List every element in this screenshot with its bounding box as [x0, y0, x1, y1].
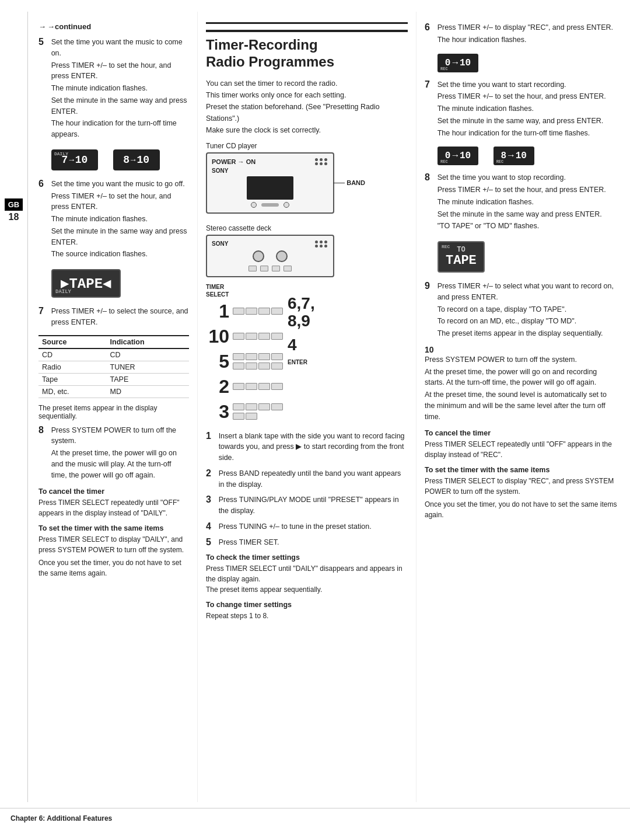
- device-controls-1: [212, 202, 328, 208]
- table-row: CD CD: [38, 348, 189, 361]
- left-column: → →continued 5 Set the time you want the…: [28, 12, 197, 802]
- mid-column: Timer-Recording Radio Programmes You can…: [197, 12, 416, 802]
- num-4: 4: [288, 336, 297, 354]
- cancel-timer-heading-left: To cancel the timer: [38, 487, 189, 496]
- big-num-3: 3: [206, 401, 229, 423]
- right-step-10-content: Press SYSTEM POWER to turn off the syste…: [425, 354, 607, 424]
- right-step-6-num: 6: [425, 22, 433, 33]
- indication-tape: TAPE: [107, 373, 189, 385]
- lcd-10-r3: 10: [516, 151, 527, 161]
- num-buttons-2: [233, 383, 283, 390]
- mid-step-1: 1 Insert a blank tape with the side you …: [206, 431, 408, 463]
- power-on-label: POWER → ON: [212, 158, 328, 165]
- cassette-box: SONY: [206, 235, 334, 277]
- mid-step-5: 5 Press TIMER SET.: [206, 537, 408, 548]
- big-num-5: 5: [206, 351, 229, 372]
- right-step-7-num: 7: [425, 79, 433, 90]
- same-items-note-left: Once you set the timer, you do not have …: [38, 557, 189, 578]
- tuner-cd-box: POWER → ON SONY: [206, 152, 334, 214]
- right-step-7-content: Set the time you want to start recording…: [438, 79, 620, 140]
- step-6-content: Set the time you want the music to go of…: [51, 179, 189, 261]
- table-row: Tape TAPE: [38, 373, 189, 385]
- num-buttons-3: [233, 403, 283, 420]
- table-row: Radio TUNER: [38, 361, 189, 373]
- num-8-9: 8,9: [288, 312, 310, 330]
- same-items-note-right: Once you set the timer, you do not have …: [425, 499, 620, 520]
- page-number: 18: [9, 212, 19, 222]
- mid-step-5-content: Press TIMER SET.: [219, 537, 408, 548]
- sony-label-1: SONY: [212, 168, 328, 174]
- to-tape-tape-text: TAPE: [446, 254, 477, 268]
- timer-numbers-diagram: TIMERSELECT 1 10: [206, 283, 408, 426]
- same-items-text-left: Press TIMER SELECT to display "DAILY", a…: [38, 534, 189, 555]
- mid-step-1-content: Insert a blank tape with the side you wa…: [219, 431, 408, 463]
- sony-label-2: SONY: [212, 241, 328, 247]
- lcd-8: 8: [123, 154, 130, 166]
- right-step-7: 7 Set the time you want to start recordi…: [425, 79, 620, 140]
- right-step-8: 8 Set the time you want to stop recordin…: [425, 172, 620, 233]
- big-num-1: 1: [206, 301, 229, 322]
- reel-right: [276, 250, 288, 262]
- right-column: 6 Press TIMER +/– to display "REC", and …: [416, 12, 630, 802]
- lcd-arrow2: →: [131, 155, 135, 165]
- lcd-7-10-daily: DAILY 7 → 10: [51, 149, 98, 170]
- mid-step-2: 2 Press BAND repeatedly until the band y…: [206, 468, 408, 490]
- mid-step-4-num: 4: [206, 521, 214, 532]
- right-step-9-content: Press TIMER +/– to select what you want …: [438, 281, 620, 340]
- lcd-arrow-r1: →: [452, 58, 458, 68]
- mid-step-3-content: Press TUNING/PLAY MODE until "PRESET" ap…: [219, 494, 408, 517]
- lcd-0-10-rec2: REC 0 → 10: [438, 147, 478, 165]
- mid-step-1-num: 1: [206, 431, 214, 441]
- gb-label: GB: [5, 198, 23, 211]
- step-5-content: Set the time you want the music to come …: [51, 37, 189, 141]
- lcd-tape-left: DAILY ▶TAPE◀: [51, 269, 121, 298]
- same-items-heading-left: To set the timer with the same items: [38, 524, 189, 532]
- mid-step-2-num: 2: [206, 468, 214, 479]
- tuner-cd-area: Tuner CD player POWER → ON SONY: [206, 142, 408, 218]
- mid-step-5-num: 5: [206, 537, 214, 548]
- step-8-number: 8: [38, 425, 47, 435]
- source-cd: CD: [38, 348, 107, 361]
- intro-text: You can set the timer to record the radi…: [206, 78, 408, 136]
- lcd-10-1: 10: [75, 154, 88, 166]
- cassette-label: Stereo cassette deck: [206, 224, 408, 232]
- cassette-reels: [212, 250, 328, 262]
- step-5: 5 Set the time you want the music to com…: [38, 37, 189, 141]
- timer-select-label: TIMERSELECT: [206, 283, 283, 298]
- change-timer-text: Repeat steps 1 to 8.: [206, 611, 408, 621]
- device-dots-1: [315, 158, 327, 165]
- change-timer-heading: To change timer settings: [206, 601, 408, 609]
- source-radio: Radio: [38, 361, 107, 373]
- number-row-3: 3: [206, 401, 283, 423]
- lcd-10-2: 10: [136, 154, 149, 166]
- step-8-content: Press SYSTEM POWER to turn off the syste…: [51, 425, 189, 482]
- lcd-0-10-rec1: REC 0 → 10: [438, 54, 478, 72]
- step-6-number: 6: [38, 179, 47, 189]
- same-items-heading-right: To set the timer with the same items: [425, 466, 620, 474]
- table-row: MD, etc. MD: [38, 385, 189, 398]
- lcd-arrow-r2: →: [452, 151, 458, 161]
- reel-left: [253, 250, 264, 262]
- step-6: 6 Set the time you want the music to go …: [38, 179, 189, 261]
- rec-label-2: REC: [440, 159, 448, 164]
- indication-md: MD: [107, 385, 189, 398]
- lcd-10-r1: 10: [460, 58, 471, 68]
- num-buttons-1: [233, 308, 283, 315]
- right-step-6: 6 Press TIMER +/– to display "REC", and …: [425, 22, 620, 47]
- right-step-6-content: Press TIMER +/– to display "REC", and pr…: [438, 22, 620, 47]
- number-row-2: 2: [206, 376, 283, 398]
- numbers-left-side: TIMERSELECT 1 10: [206, 283, 283, 426]
- footer: Chapter 6: Additional Features: [0, 808, 630, 828]
- step-8-left: 8 Press SYSTEM POWER to turn off the sys…: [38, 425, 189, 482]
- indication-cd: CD: [107, 348, 189, 361]
- mid-step-3-num: 3: [206, 494, 214, 505]
- step-7-number: 7: [38, 306, 47, 316]
- lcd-8-10: 8 → 10: [113, 149, 160, 170]
- device-dots-2: [315, 241, 327, 248]
- cassette-area: Stereo cassette deck SONY: [206, 224, 408, 277]
- to-tape-rec-label: REC: [442, 244, 450, 249]
- continued-header: → →continued: [38, 22, 189, 31]
- source-col-header: Source: [38, 336, 107, 348]
- step-7: 7 Press TIMER +/– to select the source, …: [38, 306, 189, 329]
- same-items-text-right: Press TIMER SELECT to display "REC", and…: [425, 476, 620, 497]
